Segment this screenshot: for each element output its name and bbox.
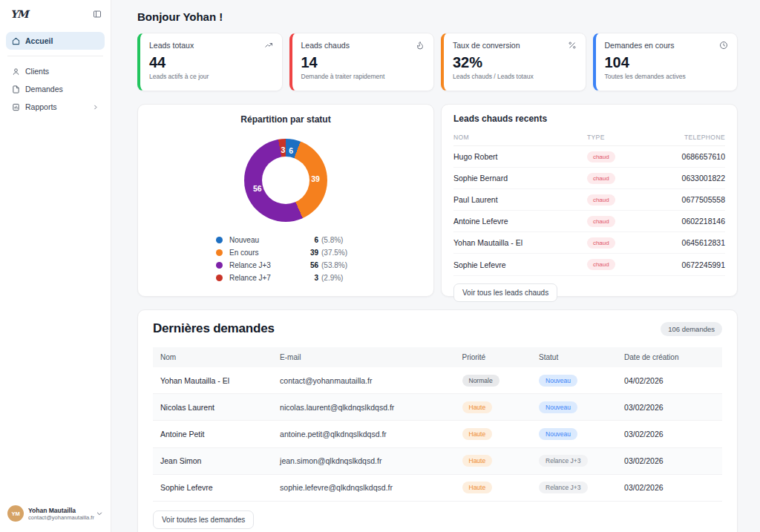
requests-header: Dernières demandes 106 demandes (153, 321, 722, 336)
column-header-nom: NOM (453, 128, 587, 146)
flame-icon (416, 41, 425, 50)
donut-chart-wrap: 6 39 56 3 (244, 139, 327, 222)
column-header-date: Date de création (617, 347, 722, 367)
type-badge: chaud (587, 173, 615, 184)
stat-subtitle: Demande à traiter rapidement (301, 73, 425, 80)
sidebar: YM Accueil Clients Demandes (0, 0, 111, 532)
user-menu[interactable]: YM Yohan Mautailla contact@yohanmautaill… (6, 502, 105, 525)
legend-dot-relance-j7 (216, 275, 223, 281)
request-row[interactable]: Nicolas Laurent nicolas.laurent@qlkdnqsl… (153, 394, 722, 421)
sidebar-item-label: Accueil (25, 36, 53, 45)
user-name: Yohan Mautailla (28, 507, 91, 514)
legend-item: Nouveau 6 (5.8%) (216, 234, 356, 246)
column-header-statut: Statut (531, 347, 617, 367)
type-badge: chaud (587, 237, 615, 249)
stat-title: Demandes en cours (605, 41, 675, 50)
type-badge: chaud (587, 259, 615, 270)
hot-leads-card: Leads chauds recents NOM TYPE TELEPHONE … (441, 104, 738, 297)
chart-title: Répartition par statut (150, 114, 422, 125)
status-badge: Nouveau (539, 428, 577, 440)
avatar: YM (7, 505, 24, 522)
legend-dot-nouveau (216, 237, 223, 243)
chevron-right-icon (92, 104, 99, 111)
stat-value: 44 (149, 55, 273, 70)
column-header-type: TYPE (587, 128, 641, 146)
column-header-telephone: TELEPHONE (641, 128, 725, 146)
user-icon (12, 68, 20, 76)
view-all-hot-leads-button[interactable]: Voir tous les leads chauds (453, 283, 557, 302)
sidebar-item-rapports[interactable]: Rapports (6, 98, 105, 116)
sidebar-item-clients[interactable]: Clients (6, 62, 105, 80)
middle-row: Répartition par statut 6 39 56 3 Nouveau… (137, 104, 738, 297)
sidebar-item-label: Rapports (25, 102, 57, 111)
donut-hole (262, 157, 309, 204)
legend-item: Relance J+7 3 (2.9%) (216, 272, 356, 284)
chart-legend: Nouveau 6 (5.8%) En cours 39 (37.5%) Rel… (216, 234, 356, 284)
stat-card-leads-chauds: Leads chauds 14 Demande à traiter rapide… (289, 33, 435, 91)
donut-slice-label: 3 (276, 145, 289, 154)
stat-subtitle: Toutes les demandes actives (605, 73, 729, 80)
sidebar-item-label: Demandes (25, 85, 63, 93)
stat-title: Taux de conversion (453, 41, 520, 50)
hot-lead-row[interactable]: Sophie Lefevre chaud 0672245991 (453, 254, 725, 275)
legend-dot-relance-j3 (216, 262, 223, 269)
stat-subtitle: Leads chauds / Leads totaux (453, 73, 577, 80)
view-all-requests-button[interactable]: Voir toutes les demandes (153, 510, 254, 529)
stat-subtitle: Leads actifs à ce jour (149, 73, 273, 80)
request-row[interactable]: Antoine Petit antoine.petit@qlkdnqslkdqs… (153, 421, 722, 447)
status-badge: Nouveau (539, 401, 577, 413)
requests-title: Dernières demandes (153, 321, 275, 336)
request-row[interactable]: Yohan Mautailla - El contact@yohanmautai… (153, 367, 722, 394)
priority-badge: Normale (462, 375, 499, 387)
hot-lead-row[interactable]: Antoine Lefevre chaud 0602218146 (453, 211, 725, 232)
app-logo: YM (10, 8, 28, 20)
status-badge: Relance J+3 (539, 482, 588, 493)
clock-icon (719, 41, 728, 50)
stat-title: Leads totaux (149, 41, 194, 50)
hot-lead-row[interactable]: Yohan Mautailla - El chaud 0645612831 (453, 232, 725, 254)
stats-row: Leads totaux 44 Leads actifs à ce jour L… (137, 33, 738, 91)
priority-badge: Haute (462, 482, 493, 493)
requests-count-badge: 106 demandes (661, 322, 722, 336)
priority-badge: Haute (462, 455, 493, 467)
column-header-priorite: Priorité (455, 347, 532, 367)
percent-icon (568, 41, 577, 50)
sidebar-item-accueil[interactable]: Accueil (6, 32, 105, 50)
priority-badge: Haute (462, 428, 493, 440)
stat-value: 104 (605, 55, 729, 70)
sidebar-item-label: Clients (25, 67, 49, 76)
user-email: contact@yohanmautailla.fr (28, 514, 91, 521)
hot-lead-row[interactable]: Hugo Robert chaud 0686657610 (453, 146, 725, 168)
app-window: YM Accueil Clients Demandes (0, 0, 760, 532)
trending-up-icon (264, 41, 273, 50)
requests-card: Dernières demandes 106 demandes Nom E-ma… (137, 309, 738, 532)
type-badge: chaud (587, 194, 615, 206)
status-chart-card: Répartition par statut 6 39 56 3 Nouveau… (137, 104, 434, 297)
hot-lead-row[interactable]: Paul Laurent chaud 0677505558 (453, 189, 725, 211)
hot-leads-title: Leads chauds recents (453, 114, 725, 124)
column-header-nom: Nom (153, 347, 272, 367)
status-badge: Nouveau (539, 375, 577, 387)
sidebar-item-demandes[interactable]: Demandes (6, 80, 105, 98)
sidebar-header: YM (6, 7, 105, 20)
hot-leads-table: NOM TYPE TELEPHONE Hugo Robert chaud 068… (453, 128, 725, 276)
sidebar-divider (7, 56, 103, 56)
sidebar-collapse-icon[interactable] (93, 10, 102, 19)
legend-item: Relance J+3 56 (53.8%) (216, 259, 356, 272)
donut-slice-label: 39 (309, 174, 322, 183)
hot-lead-row[interactable]: Sophie Bernard chaud 0633001822 (453, 168, 725, 189)
type-badge: chaud (587, 151, 615, 162)
type-badge: chaud (587, 216, 615, 227)
main-content: Bonjour Yohan ! Leads totaux 44 Leads ac… (111, 0, 760, 532)
legend-dot-en-cours (216, 249, 223, 256)
user-meta: Yohan Mautailla contact@yohanmautailla.f… (28, 507, 91, 521)
stat-title: Leads chauds (301, 41, 350, 50)
stat-value: 14 (301, 55, 425, 70)
page-title: Bonjour Yohan ! (137, 10, 738, 23)
chevron-down-icon[interactable] (96, 510, 103, 517)
request-row[interactable]: Sophie Lefevre sophie.lefevre@qlkdnqslkd… (153, 474, 722, 501)
priority-badge: Haute (462, 401, 493, 413)
request-row[interactable]: Jean Simon jean.simon@qlkdnqslkdqsd.fr H… (153, 447, 722, 474)
column-header-email: E-mail (272, 347, 454, 367)
stat-value: 32% (453, 55, 577, 70)
